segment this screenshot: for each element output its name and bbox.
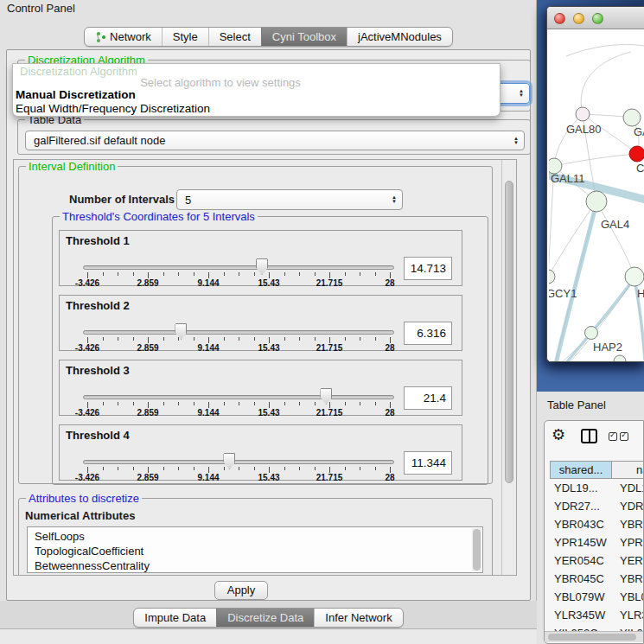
slider-handle[interactable]	[256, 258, 268, 275]
cell-name[interactable]: YLR3	[612, 609, 644, 622]
scrollbar-thumb[interactable]	[548, 634, 636, 641]
cell-name[interactable]: YBR0	[612, 572, 644, 585]
tab-infer-network[interactable]: Infer Network	[314, 609, 402, 627]
cell-shared-name[interactable]: YER054C	[550, 554, 612, 567]
table-data-combo[interactable]: galFiltered.sif default node ▲▼	[25, 131, 525, 150]
cell-shared-name[interactable]: YBL079W	[550, 590, 612, 603]
tab-style[interactable]: Style	[162, 28, 208, 46]
cell-name[interactable]: YBL0	[612, 590, 644, 603]
attribute-item-topologicalcoefficient[interactable]: TopologicalCoefficient	[28, 544, 482, 558]
slider-rail[interactable]	[83, 265, 394, 270]
table-row[interactable]: YDR27...YDR2	[550, 497, 644, 515]
slider-rail[interactable]	[83, 395, 394, 399]
network-window[interactable]: GAL80GACGAL11GAL4GCY1HHAP2	[546, 6, 644, 362]
table-horizontal-scrollbar[interactable]	[545, 631, 644, 642]
cell-name[interactable]: YDL1	[612, 481, 644, 494]
gear-icon[interactable]: ⚙	[552, 425, 565, 444]
zoom-window-button[interactable]	[592, 13, 603, 24]
network-node[interactable]	[629, 146, 644, 162]
cell-shared-name[interactable]: YBR043C	[550, 518, 612, 531]
combo-spinner-icon[interactable]: ▲▼	[392, 195, 397, 204]
network-canvas[interactable]: GAL80GACGAL11GAL4GCY1HHAP2	[549, 30, 644, 362]
network-window-titlebar[interactable]	[547, 7, 644, 29]
cell-name[interactable]: YBR0	[612, 518, 644, 531]
algorithm-option-equal-width-frequency-discretization[interactable]: Equal Width/Frequency Discretization	[16, 102, 210, 115]
minimize-window-button[interactable]	[573, 13, 584, 24]
scrollbar-thumb[interactable]	[505, 181, 513, 483]
table-row[interactable]: YBL079WYBL0	[550, 588, 644, 606]
minor-tick	[103, 467, 104, 470]
table-row[interactable]: YLR345WYLR3	[550, 606, 644, 624]
cell-name[interactable]: YPR1	[612, 536, 644, 549]
combo-spinner-icon[interactable]: ▲▼	[519, 89, 524, 98]
tab-impute-data[interactable]: Impute Data	[134, 609, 216, 627]
control-panel: Control Panel NetworkStyleSelectCyni Too…	[0, 0, 537, 644]
cell-shared-name[interactable]: YPR145W	[550, 536, 612, 549]
minor-tick	[133, 272, 134, 276]
checkbox-icon[interactable]	[620, 432, 628, 441]
threshold-value-field[interactable]: 21.4	[404, 386, 452, 410]
table-row[interactable]: YBR045CYBR0	[550, 570, 644, 588]
cell-shared-name[interactable]: YDL19...	[550, 481, 612, 494]
slider-rail[interactable]	[83, 330, 394, 335]
column-header-shared-name[interactable]: shared...	[550, 461, 612, 479]
column-header-name[interactable]: na	[612, 461, 644, 479]
slider-rail[interactable]	[83, 460, 394, 464]
network-node-gal4[interactable]	[586, 191, 607, 212]
attribute-item-selfloops[interactable]: SelfLoops	[28, 529, 482, 544]
network-node-gcy1[interactable]	[549, 270, 555, 284]
attributes-list-scrollbar[interactable]	[472, 528, 481, 571]
cell-shared-name[interactable]: YLR345W	[550, 609, 612, 622]
network-node[interactable]	[614, 355, 626, 362]
split-view-icon[interactable]	[581, 429, 597, 443]
threshold-slider[interactable]: -3.4262.8599.14415.4321.71528	[60, 388, 463, 417]
threshold-slider[interactable]: -3.4262.8599.14415.4321.71528	[60, 258, 463, 287]
cell-shared-name[interactable]: YDR27...	[550, 500, 612, 513]
tab-discretize-data[interactable]: Discretize Data	[216, 609, 314, 627]
minor-tick	[345, 467, 346, 470]
minor-tick	[118, 402, 118, 405]
cell-shared-name[interactable]: YBR045C	[550, 572, 612, 585]
combo-spinner-icon[interactable]: ▲▼	[513, 137, 519, 145]
close-window-button[interactable]	[554, 13, 565, 24]
major-tick	[269, 467, 270, 473]
checkbox-icon[interactable]	[609, 432, 617, 441]
threshold-value-field[interactable]: 11.344	[404, 451, 452, 475]
threshold-slider[interactable]: -3.4262.8599.14415.4321.71528	[60, 453, 463, 481]
threshold-value-field[interactable]: 6.316	[404, 322, 452, 345]
minor-tick	[133, 402, 134, 405]
tab-label: Select	[220, 30, 251, 43]
tick-label: -3.426	[75, 473, 99, 482]
minor-tick	[360, 272, 360, 276]
network-node-hap2[interactable]	[585, 327, 598, 340]
settings-vertical-scrollbar[interactable]	[501, 160, 516, 575]
threshold-label: Threshold 3	[66, 364, 130, 377]
tab-jactivemnodules[interactable]: jActiveMNodules	[347, 28, 452, 46]
network-node[interactable]	[623, 109, 641, 126]
table-row[interactable]: YBR043CYBR0	[550, 515, 644, 533]
threshold-slider[interactable]: -3.4262.8599.14415.4321.71528	[60, 323, 463, 352]
table-data-group: Table Data galFiltered.sif default node …	[17, 119, 531, 155]
threshold-value-field[interactable]: 14.713	[404, 257, 452, 280]
minor-tick	[254, 467, 255, 470]
network-node-h[interactable]	[625, 267, 644, 286]
cell-name[interactable]: YDR2	[612, 500, 644, 513]
numerical-attributes-list[interactable]: SelfLoopsTopologicalCoefficientBetweenne…	[27, 526, 483, 573]
slider-handle[interactable]	[223, 453, 235, 469]
tab-select[interactable]: Select	[208, 28, 261, 46]
tab-network[interactable]: Network	[85, 28, 162, 46]
attribute-item-betweennesscentrality[interactable]: BetweennessCentrality	[28, 558, 482, 573]
slider-handle[interactable]	[320, 388, 332, 405]
slider-handle[interactable]	[175, 323, 187, 340]
scrollbar-thumb[interactable]	[473, 529, 481, 571]
table-row[interactable]: YER054CYER0	[550, 552, 644, 570]
table-row[interactable]: YPR145WYPR1	[550, 533, 644, 552]
tab-cyni-toolbox[interactable]: Cyni Toolbox	[261, 28, 347, 46]
table-row[interactable]: YDL19...YDL1	[550, 479, 644, 497]
network-node-label: GAL80	[566, 123, 601, 136]
cell-name[interactable]: YER0	[612, 554, 644, 567]
network-node-gal80[interactable]	[576, 107, 590, 121]
apply-button[interactable]: Apply	[214, 581, 268, 600]
algorithm-option-manual-discretization[interactable]: Manual Discretization	[16, 88, 136, 101]
num-intervals-combo[interactable]: 5 ▲▼	[176, 189, 403, 210]
